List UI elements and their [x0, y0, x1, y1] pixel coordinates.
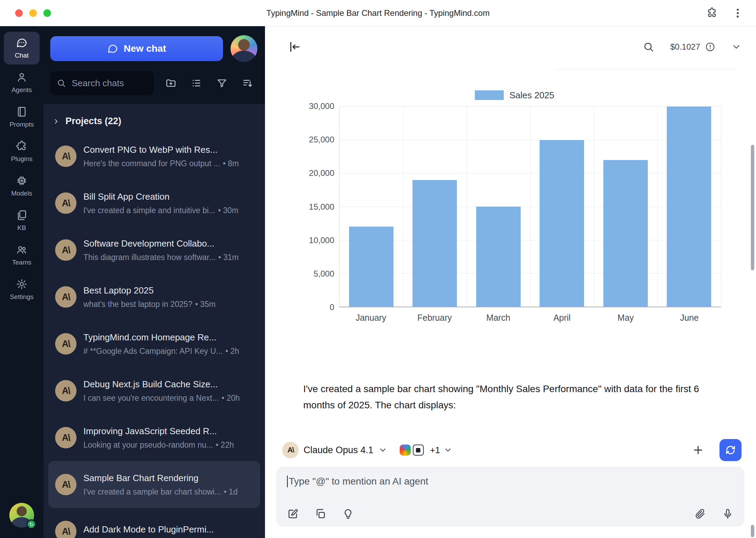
- model-name: Claude Opus 4.1: [304, 445, 374, 456]
- model-selector[interactable]: A\ Claude Opus 4.1: [282, 442, 387, 458]
- y-tick-label: 15,000: [309, 202, 334, 212]
- bar-june: [667, 107, 711, 307]
- anthropic-logo-icon: A\: [62, 479, 70, 490]
- rail-item-chat[interactable]: Chat: [4, 32, 40, 64]
- multi-select-icon: [191, 78, 202, 89]
- user-avatar[interactable]: [231, 35, 257, 62]
- y-tick-label: 30,000: [309, 101, 334, 111]
- folder-plus-icon: [165, 78, 176, 89]
- sort-icon: [242, 78, 253, 89]
- chat-title: Debug Next.js Build Cache Size...: [83, 379, 253, 390]
- rail-item-settings[interactable]: Settings: [4, 273, 40, 306]
- chat-time: • 1d: [224, 487, 237, 497]
- settings-icon: [16, 278, 28, 290]
- chat-item-0[interactable]: A\ Convert PNG to WebP with Res... Here'…: [48, 133, 260, 180]
- nav-rail: Chat Agents Prompts Plugins Models KB Te…: [0, 26, 43, 538]
- chat-item-1[interactable]: A\ Bill Split App Creation I've created …: [48, 180, 260, 227]
- filter-chats-button[interactable]: [214, 75, 230, 91]
- search-in-chat-button[interactable]: [643, 41, 654, 53]
- regenerate-button[interactable]: [719, 439, 742, 461]
- projects-label: Projects (22): [65, 116, 121, 127]
- chat-item-8[interactable]: A\ Add Dark Mode to PluginPermi...: [48, 508, 260, 538]
- search-chats-input[interactable]: [71, 78, 147, 89]
- chevron-right-icon: [52, 118, 60, 125]
- legend-label: Sales 2025: [509, 90, 554, 101]
- pages-button[interactable]: [315, 508, 326, 520]
- chart-legend[interactable]: Sales 2025: [324, 90, 706, 101]
- sort-chats-button[interactable]: [239, 75, 256, 91]
- chat-item-3[interactable]: A\ Best Laptop 2025 what's the best lapt…: [48, 273, 260, 320]
- plugins-more-count: +1: [430, 445, 440, 456]
- y-tick-label: 10,000: [309, 236, 334, 245]
- input-placeholder: Type "@" to mention an AI agent: [289, 476, 428, 487]
- y-tick-label: 5,000: [314, 269, 334, 279]
- chat-time: • 2h: [225, 347, 239, 356]
- chat-item-5[interactable]: A\ Debug Next.js Build Cache Size... I c…: [48, 367, 260, 414]
- rail-item-agents[interactable]: Agents: [4, 66, 40, 99]
- plugins-selector[interactable]: +1: [400, 445, 453, 456]
- collapse-sidebar-icon: [288, 40, 301, 53]
- chat-items: A\ Convert PNG to WebP with Res... Here'…: [43, 133, 265, 538]
- bar-february: [412, 180, 457, 307]
- app-window: TypingMind - Sample Bar Chart Rendering …: [0, 0, 756, 538]
- plugin-avatar-2: [413, 445, 424, 456]
- rail-item-teams[interactable]: Teams: [4, 239, 40, 271]
- gridline: [467, 107, 467, 307]
- overflow-menu-icon[interactable]: [732, 7, 744, 19]
- rail-bottom: ↻: [9, 503, 34, 528]
- chat-time: • 30m: [218, 206, 238, 215]
- plugins-icon: [16, 140, 28, 152]
- minimize-window-button[interactable]: [29, 9, 37, 17]
- chat-item-4[interactable]: A\ TypingMind.com Homepage Re... # **Goo…: [48, 320, 260, 367]
- canvas-button[interactable]: [287, 508, 299, 520]
- bar-may: [603, 160, 648, 307]
- anthropic-avatar: A\: [55, 146, 76, 167]
- models-icon: [16, 175, 28, 187]
- chat-item-7[interactable]: A\ Sample Bar Chart Rendering I've creat…: [48, 461, 260, 508]
- cost-warning-icon[interactable]: [705, 42, 715, 52]
- rail-item-prompts[interactable]: Prompts: [4, 101, 40, 133]
- bulk-select-button[interactable]: [188, 75, 205, 91]
- collapse-sidebar-button[interactable]: [284, 37, 305, 57]
- zoom-window-button[interactable]: [43, 9, 51, 17]
- assistant-message-text: I've created a sample bar chart showing …: [303, 381, 722, 413]
- anthropic-avatar: A\: [55, 239, 76, 261]
- copy-pages-icon: [315, 508, 326, 520]
- anthropic-avatar: A\: [55, 333, 76, 355]
- new-folder-button[interactable]: [163, 75, 179, 91]
- x-tick-label: February: [403, 313, 467, 323]
- vertical-scrollbar-thumb[interactable]: [751, 145, 754, 270]
- rail-item-kb[interactable]: KB: [4, 204, 40, 237]
- header-chevron-down[interactable]: [731, 42, 742, 52]
- header-divider: [556, 69, 736, 69]
- message-input[interactable]: Type "@" to mention an AI agent: [287, 476, 734, 487]
- anthropic-logo-icon: A\: [62, 386, 70, 396]
- vertical-scrollbar-thumb-bottom[interactable]: [751, 525, 754, 537]
- chart-x-axis: JanuaryFebruaryMarchAprilMayJune: [339, 313, 721, 323]
- close-window-button[interactable]: [15, 9, 23, 17]
- extensions-icon[interactable]: [706, 7, 718, 19]
- anthropic-logo-icon: A\: [62, 151, 70, 162]
- chat-item-6[interactable]: A\ Improving JavaScript Seeded R... Look…: [48, 414, 260, 461]
- titlebar: TypingMind - Sample Bar Chart Rendering …: [0, 0, 756, 26]
- rail-item-label: Plugins: [11, 155, 32, 163]
- projects-toggle[interactable]: Projects (22): [43, 107, 265, 133]
- chat-title: Sample Bar Chart Rendering: [83, 473, 253, 484]
- chat-title: Bill Split App Creation: [83, 191, 253, 202]
- bar-april: [540, 140, 584, 307]
- main-pane: $0.1027 Sales 2025 30,00025,00020,00015,…: [265, 26, 756, 538]
- chat-item-2[interactable]: A\ Software Development Collabo... This …: [48, 227, 260, 273]
- chevron-down-icon: [443, 446, 452, 455]
- chart-plot-area: [339, 106, 721, 307]
- rail-item-models[interactable]: Models: [4, 170, 40, 202]
- usage-cost[interactable]: $0.1027: [670, 42, 700, 52]
- suggestions-button[interactable]: [342, 508, 354, 520]
- new-chat-button[interactable]: New chat: [50, 36, 223, 61]
- rail-item-plugins[interactable]: Plugins: [4, 135, 40, 168]
- voice-input-button[interactable]: [722, 508, 734, 520]
- attach-file-button[interactable]: [694, 508, 706, 520]
- add-attachment-button[interactable]: [692, 444, 704, 456]
- chat-icon: [16, 37, 28, 49]
- x-tick-label: June: [657, 313, 721, 323]
- chat-preview: # **Google Ads Campaign: API Key U...: [83, 347, 223, 356]
